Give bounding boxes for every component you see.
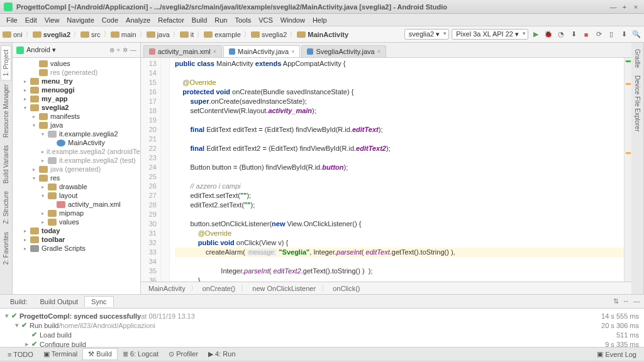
project-panel-header: Android ▾ ⊕ ÷ ✲ — — [13, 43, 140, 58]
bottom-tab[interactable]: ≣ 6: Logcat — [118, 349, 164, 359]
close-button[interactable]: × — [631, 3, 640, 11]
build-row[interactable]: ▾✔ProgettoCompl: synced successfully at … — [5, 311, 639, 321]
target-icon[interactable]: ⊕ — [109, 47, 114, 53]
menu-bar: FileEditViewNavigateCodeAnalyzeRefactorB… — [0, 14, 644, 26]
tree-node[interactable]: ▸it.example.sveglia2 (androidTe — [13, 147, 140, 156]
side-tab[interactable]: 1: Project — [1, 45, 11, 80]
filter-icon[interactable]: ⇅ — [613, 297, 619, 305]
editor-tab[interactable]: SvegliaActivity.java× — [301, 45, 386, 57]
debug-button[interactable]: 🐞 — [543, 30, 553, 40]
tree-node[interactable]: activity_main.xml — [13, 200, 140, 209]
hide-panel-icon[interactable]: — — [633, 297, 640, 305]
build-output[interactable]: ▾✔ProgettoCompl: synced successfully at … — [0, 309, 644, 347]
tree-node[interactable]: ▸menu_try — [13, 77, 140, 85]
minimize-button[interactable]: — — [609, 3, 618, 11]
menu-build[interactable]: Build — [188, 16, 211, 24]
menu-view[interactable]: View — [41, 16, 64, 24]
run-button[interactable]: ▶ — [531, 30, 541, 40]
settings-icon[interactable]: ✲ — [123, 47, 128, 53]
side-tab[interactable]: Gradle — [633, 45, 642, 72]
tree-node[interactable]: MainActivity — [13, 138, 140, 147]
stop-button[interactable]: ■ — [581, 30, 591, 40]
project-panel: Android ▾ ⊕ ÷ ✲ — valuesres (generated)▸… — [13, 43, 141, 294]
tree-node[interactable]: ▸Gradle Scripts — [13, 244, 140, 253]
menu-tools[interactable]: Tools — [231, 16, 255, 24]
tree-node[interactable]: ▸values — [13, 217, 140, 226]
tree-node[interactable]: ▸toolbar — [13, 235, 140, 244]
run-config-combo[interactable]: sveglia2 ▾ — [404, 29, 449, 40]
tree-node[interactable]: ▸mipmap — [13, 209, 140, 217]
line-gutter: 13 14 15 16 17 18 19 20 21 22 23 24 25 2… — [141, 58, 161, 282]
build-row[interactable]: ▸✔Configure build9 s 335 ms — [5, 339, 639, 347]
build-tab[interactable]: Sync — [84, 296, 113, 307]
marker-column — [161, 58, 170, 282]
attach-button[interactable]: ⬇ — [569, 30, 579, 40]
bottom-tab[interactable]: ▶ 4: Run — [203, 349, 240, 359]
maximize-button[interactable]: + — [620, 3, 629, 11]
side-tab[interactable]: Resource Manager — [1, 80, 11, 141]
close-tab-icon[interactable]: × — [213, 48, 216, 55]
side-tab[interactable]: 2: Favorites — [1, 228, 11, 268]
menu-window[interactable]: Window — [277, 16, 309, 24]
tree-node[interactable]: ▾sveglia2 — [13, 103, 140, 112]
tree-node[interactable]: res (generated) — [13, 68, 140, 77]
menu-analyze[interactable]: Analyze — [122, 16, 154, 24]
avd-button[interactable]: ▯ — [606, 30, 616, 40]
tree-node[interactable]: values — [13, 59, 140, 68]
sync-button[interactable]: ⟳ — [594, 30, 604, 40]
side-tab[interactable]: Build Variants — [1, 141, 11, 187]
menu-file[interactable]: File — [3, 16, 21, 24]
build-tabs: Build:Build OutputSync ⇅ ↔ — — [0, 295, 644, 309]
tree-node[interactable]: ▸today — [13, 226, 140, 235]
tree-node[interactable]: ▸drawable — [13, 182, 140, 191]
close-tab-icon[interactable]: × — [377, 48, 380, 55]
tree-node[interactable]: ▾it.example.sveglia2 — [13, 129, 140, 138]
navigation-bar: oni〉sveglia2〉src〉main〉java〉it〉example〉sv… — [0, 26, 644, 43]
build-row[interactable]: ▾✔Run build /home/il23/Android/Applicazi… — [5, 321, 639, 330]
device-combo[interactable]: Pixel 3a XL API 22 ▾ — [452, 29, 528, 40]
android-icon — [16, 47, 24, 54]
menu-navigate[interactable]: Navigate — [63, 16, 97, 24]
menu-edit[interactable]: Edit — [21, 16, 41, 24]
build-row[interactable]: ✔Load build511 ms — [5, 330, 639, 339]
side-tab[interactable]: Z: Structure — [1, 187, 11, 228]
tree-node[interactable]: ▾layout — [13, 191, 140, 200]
bottom-tab[interactable]: ⊙ Profiler — [164, 349, 203, 359]
bottom-tab[interactable]: ≡ TODO — [3, 349, 38, 359]
code-area[interactable]: 13 14 15 16 17 18 19 20 21 22 23 24 25 2… — [141, 58, 631, 282]
editor-tab[interactable]: MainActivity.java× — [223, 45, 300, 57]
menu-help[interactable]: Help — [309, 16, 331, 24]
sdk-button[interactable]: ⬇ — [619, 30, 629, 40]
tree-node[interactable]: ▾res — [13, 173, 140, 182]
tree-node[interactable]: ▸menuoggi — [13, 85, 140, 94]
code-breadcrumb[interactable]: MainActivity〉onCreate()〉new OnClickListe… — [141, 282, 631, 294]
collapse-icon[interactable]: ÷ — [117, 47, 121, 53]
breadcrumb[interactable]: oni〉sveglia2〉src〉main〉java〉it〉example〉sv… — [3, 30, 350, 39]
build-tab[interactable]: Build: — [4, 297, 34, 307]
tree-node[interactable]: ▸java (generated) — [13, 165, 140, 173]
hide-icon[interactable]: — — [130, 47, 136, 53]
build-tab[interactable]: Build Output — [34, 297, 85, 307]
bottom-tab[interactable]: ▣ Terminal — [38, 349, 82, 359]
menu-refactor[interactable]: Refactor — [154, 16, 188, 24]
close-tab-icon[interactable]: × — [291, 48, 294, 55]
menu-run[interactable]: Run — [211, 16, 231, 24]
tree-node[interactable]: ▸manifests — [13, 112, 140, 121]
menu-code[interactable]: Code — [98, 16, 122, 24]
event-log-tab[interactable]: ▣ Event Log — [592, 349, 641, 359]
code-text[interactable]: public class MainActivity extends AppCom… — [170, 58, 624, 282]
side-tab[interactable]: Device File Explorer — [633, 72, 642, 135]
expand-icon[interactable]: ↔ — [623, 297, 630, 305]
tree-node[interactable]: ▸it.example.sveglia2 (test) — [13, 156, 140, 165]
android-studio-icon — [4, 3, 13, 11]
tree-node[interactable]: ▸my_app — [13, 94, 140, 103]
tree-node[interactable]: ▾java — [13, 121, 140, 129]
search-icon[interactable]: 🔍 — [631, 30, 641, 40]
editor-tab[interactable]: activity_main.xml× — [143, 45, 222, 57]
profile-button[interactable]: ◔ — [556, 30, 566, 40]
error-stripe[interactable] — [624, 58, 631, 282]
project-view-combo[interactable]: Android ▾ — [26, 46, 107, 54]
bottom-tab[interactable]: ⚒ Build — [82, 348, 118, 360]
project-tree[interactable]: valuesres (generated)▸menu_try▸menuoggi▸… — [13, 58, 140, 294]
menu-vcs[interactable]: VCS — [255, 16, 277, 24]
